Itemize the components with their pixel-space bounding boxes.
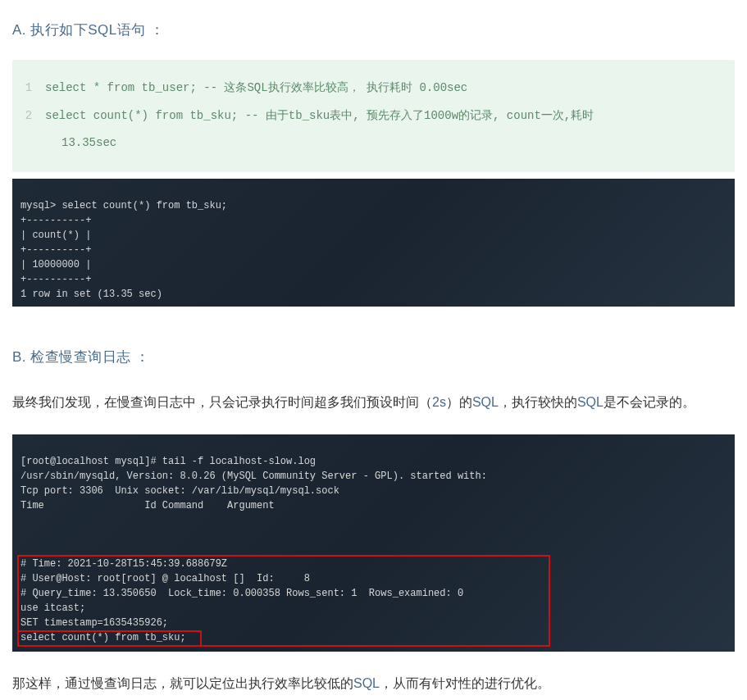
terminal-output-1: mysql> select count(*) from tb_sku; +---…: [12, 179, 735, 307]
section-a-heading: A. 执行如下SQL语句 ：: [12, 20, 735, 39]
line-number: 1: [12, 75, 45, 102]
line-number: 2: [12, 102, 45, 130]
paragraph-1: 最终我们发现，在慢查询日志中，只会记录执行时间超多我们预设时间（2s）的SQL，…: [12, 387, 735, 418]
section-b-heading: B. 检查慢查询日志 ：: [12, 348, 735, 366]
sql-code-block: 1 select * from tb_user; -- 这条SQL执行效率比较高…: [12, 60, 735, 172]
code-content: select count(*) from tb_sku; -- 由于tb_sku…: [45, 102, 735, 130]
terminal-line: Time Id Command Argument: [20, 500, 275, 511]
terminal-line: +----------+: [20, 244, 91, 256]
terminal-line: | 10000000 |: [20, 259, 91, 270]
terminal-line: use itcast;: [20, 602, 85, 614]
terminal-line: [root@localhost mysql]# tail -f localhos…: [20, 456, 316, 467]
terminal-line: # Time: 2021-10-28T15:45:39.688679Z: [20, 558, 227, 570]
code-content: select * from tb_user; -- 这条SQL执行效率比较高， …: [45, 75, 735, 102]
terminal-output-2: [root@localhost mysql]# tail -f localhos…: [12, 434, 735, 652]
terminal-line: # Query_time: 13.350650 Lock_time: 0.000…: [20, 588, 463, 599]
terminal-line: +----------+: [20, 274, 91, 285]
slow-log-entry: # Time: 2021-10-28T15:45:39.688679Z # Us…: [20, 557, 463, 645]
code-line-2: 2 select count(*) from tb_sku; -- 由于tb_s…: [12, 102, 735, 130]
code-content-wrap: 13.35sec: [12, 130, 133, 157]
terminal-line: +----------+: [20, 215, 91, 226]
terminal-line: /usr/sbin/mysqld, Version: 8.0.26 (MySQL…: [20, 470, 487, 482]
paragraph-2: 那这样，通过慢查询日志，就可以定位出执行效率比较低的SQL，从而有针对性的进行优…: [12, 668, 735, 699]
code-line-2-wrap: 13.35sec: [12, 130, 735, 157]
terminal-line: mysql> select count(*) from tb_sku;: [20, 200, 227, 211]
terminal-line: Tcp port: 3306 Unix socket: /var/lib/mys…: [20, 485, 339, 497]
terminal-line: # User@Host: root[root] @ localhost [] I…: [20, 573, 310, 584]
terminal-line: 1 row in set (13.35 sec): [20, 289, 162, 300]
terminal-line: SET timestamp=1635435926;: [20, 617, 168, 629]
terminal-line: | count(*) |: [20, 230, 91, 241]
code-line-1: 1 select * from tb_user; -- 这条SQL执行效率比较高…: [12, 75, 735, 102]
slow-log-header: [root@localhost mysql]# tail -f localhos…: [20, 454, 727, 513]
terminal-line: select count(*) from tb_sku;: [20, 632, 186, 643]
